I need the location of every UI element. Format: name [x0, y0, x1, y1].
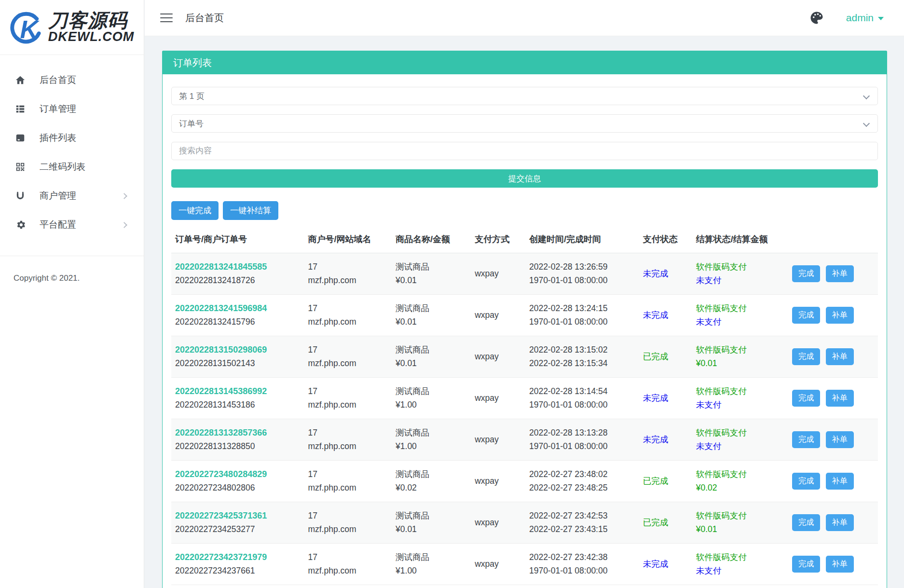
caret-down-icon: [878, 17, 884, 20]
svg-text:K: K: [20, 15, 40, 43]
table-row: 2022022813241845585 20220228132418726 17…: [171, 253, 878, 295]
product-name: 测试商品: [396, 551, 467, 564]
pay-method: wxpay: [471, 461, 525, 502]
supplement-button[interactable]: 补单: [826, 307, 854, 324]
logo-text-en: DKEWL.COM: [48, 30, 134, 44]
supplement-button[interactable]: 补单: [826, 556, 854, 573]
settle-status-line2: ¥0.01: [696, 523, 784, 536]
merchant-order-number: 20220228131453186: [175, 398, 300, 411]
completed-time: 2022-02-28 13:15:34: [529, 357, 635, 370]
complete-button[interactable]: 完成: [792, 265, 820, 282]
order-number-link[interactable]: 2022022813145386992: [175, 385, 267, 398]
merchant-id: 17: [308, 260, 388, 273]
order-number-link[interactable]: 2022022813150298069: [175, 343, 267, 357]
completed-time: 1970-01-01 08:00:00: [529, 315, 635, 328]
complete-button[interactable]: 完成: [792, 307, 820, 324]
pay-status-badge: 已完成: [643, 518, 669, 527]
sidebar-item-plugins[interactable]: 插件列表: [0, 123, 144, 152]
col-header-actions: [788, 227, 878, 253]
supplement-button[interactable]: 补单: [826, 514, 854, 531]
supplement-button[interactable]: 补单: [826, 431, 854, 448]
pay-status-badge: 未完成: [643, 269, 669, 278]
pay-method: wxpay: [471, 295, 525, 336]
supplement-button[interactable]: 补单: [826, 473, 854, 490]
supplement-button[interactable]: 补单: [826, 265, 854, 282]
created-time: 2022-02-27 23:42:38: [529, 551, 635, 564]
col-header-pay-status: 支付状态: [639, 227, 692, 253]
order-number-link[interactable]: 2022022723480284829: [175, 468, 267, 481]
complete-button[interactable]: 完成: [792, 473, 820, 490]
bulk-settle-button[interactable]: 一键补结算: [223, 201, 278, 220]
complete-button[interactable]: 完成: [792, 514, 820, 531]
product-amount: ¥1.00: [396, 440, 467, 453]
table-header-row: 订单号/商户订单号 商户号/网站域名 商品名称/金额 支付方式 创建时间/完成时…: [171, 227, 878, 253]
sidebar-item-qrcodes[interactable]: 二维码列表: [0, 152, 144, 181]
site-domain: mzf.php.com: [308, 398, 388, 411]
pay-method: wxpay: [471, 336, 525, 378]
product-name: 测试商品: [396, 426, 467, 439]
sidebar-item-platform-config[interactable]: 平台配置: [0, 210, 144, 239]
order-field-select[interactable]: 订单号: [171, 114, 878, 133]
merchant-id: 17: [308, 343, 388, 356]
menu-toggle-icon[interactable]: [160, 14, 173, 22]
chevron-right-icon: [121, 193, 127, 199]
merchant-id: 17: [308, 302, 388, 315]
pay-status-badge: 未完成: [643, 559, 669, 569]
sidebar-item-orders[interactable]: 订单管理: [0, 95, 144, 123]
completed-time: 2022-02-27 23:48:25: [529, 481, 635, 494]
order-number-link[interactable]: 2022022813132857366: [175, 426, 267, 440]
settle-status-line2: ¥0.02: [696, 481, 784, 494]
complete-button[interactable]: 完成: [792, 431, 820, 448]
user-menu[interactable]: admin: [846, 12, 884, 24]
settle-status-line1: 软件版码支付: [696, 551, 784, 564]
site-domain: mzf.php.com: [308, 440, 388, 453]
merchant-id: 17: [308, 468, 388, 481]
search-input[interactable]: [171, 142, 878, 160]
table-row: 2022022813241596984 20220228132415796 17…: [171, 295, 878, 336]
complete-button[interactable]: 完成: [792, 390, 820, 407]
supplement-button[interactable]: 补单: [826, 390, 854, 407]
page-select[interactable]: 第 1 页: [171, 87, 878, 105]
sidebar-menu: 后台首页 订单管理 插件列表: [0, 55, 144, 239]
settle-status-line1: 软件版码支付: [696, 302, 784, 315]
sidebar-item-dashboard[interactable]: 后台首页: [0, 66, 144, 95]
page-select-value: 第 1 页: [179, 91, 205, 102]
settle-status-line2: 未支付: [696, 274, 784, 287]
site-domain: mzf.php.com: [308, 274, 388, 287]
site-domain: mzf.php.com: [308, 564, 388, 577]
chevron-right-icon: [121, 222, 127, 228]
user-name: admin: [846, 12, 874, 24]
sidebar-item-merchants[interactable]: 商户管理: [0, 181, 144, 210]
order-number-link[interactable]: 2022022813241845585: [175, 260, 267, 274]
created-time: 2022-02-27 23:48:02: [529, 468, 635, 481]
order-number-link[interactable]: 2022022723423721979: [175, 551, 267, 564]
bulk-complete-button[interactable]: 一键完成: [171, 201, 219, 220]
submit-button[interactable]: 提交信息: [171, 169, 878, 188]
settle-status-line2: ¥0.01: [696, 357, 784, 370]
complete-button[interactable]: 完成: [792, 556, 820, 573]
settle-status-line2: 未支付: [696, 315, 784, 328]
brand-logo[interactable]: K 刀客源码 DKEWL.COM: [0, 0, 144, 55]
theme-palette-icon[interactable]: [809, 11, 824, 25]
site-domain: mzf.php.com: [308, 315, 388, 328]
sidebar-item-label: 二维码列表: [40, 161, 126, 173]
order-number-link[interactable]: 2022022813241596984: [175, 302, 267, 315]
merchant-order-number: 20220228132415796: [175, 315, 300, 328]
sidebar: K 刀客源码 DKEWL.COM 后台首页 订单管理: [0, 0, 144, 588]
gear-icon: [14, 219, 26, 231]
order-number-link[interactable]: 2022022723425371361: [175, 509, 267, 523]
pay-status-badge: 已完成: [643, 352, 669, 361]
settle-status-line1: 软件版码支付: [696, 385, 784, 398]
supplement-button[interactable]: 补单: [826, 348, 854, 365]
pay-method: wxpay: [471, 419, 525, 461]
product-name: 测试商品: [396, 385, 467, 398]
product-amount: ¥1.00: [396, 398, 467, 411]
complete-button[interactable]: 完成: [792, 348, 820, 365]
created-time: 2022-02-28 13:15:02: [529, 343, 635, 356]
merchant-id: 17: [308, 509, 388, 522]
pay-method: wxpay: [471, 378, 525, 419]
merchant-id: 17: [308, 385, 388, 398]
settle-status-line1: 软件版码支付: [696, 343, 784, 356]
table-row: 2022022723423721979 20220227234237661 17…: [171, 544, 878, 585]
panel-title: 订单列表: [163, 51, 887, 74]
